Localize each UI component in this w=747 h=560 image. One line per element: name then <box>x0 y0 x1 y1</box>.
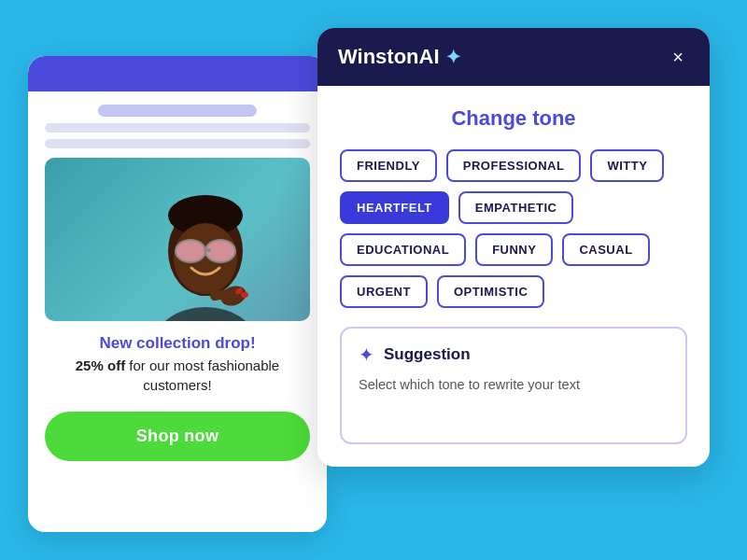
discount-bold: 25% off <box>76 357 125 373</box>
tone-button-casual[interactable]: CASUAL <box>562 233 649 266</box>
tone-button-witty[interactable]: WITTY <box>590 149 664 182</box>
svg-point-0 <box>154 307 257 321</box>
tone-button-optimistic[interactable]: OPTIMISTIC <box>437 275 544 308</box>
modal-body: Change tone FRIENDLYPROFESSIONALWITTYHEA… <box>317 86 710 467</box>
tone-buttons: FRIENDLYPROFESSIONALWITTYHEARTFELTEMPATH… <box>340 149 687 308</box>
placeholder-line-3 <box>45 139 310 148</box>
email-text-section: New collection drop! 25% off for our mos… <box>28 321 327 402</box>
sparkle-icon: ✦ <box>445 46 461 68</box>
tone-button-urgent[interactable]: URGENT <box>340 275 428 308</box>
email-image <box>45 158 310 321</box>
email-card: New collection drop! 25% off for our mos… <box>28 56 327 532</box>
tone-button-empathetic[interactable]: EMPATHETIC <box>458 191 574 224</box>
person-illustration <box>121 158 308 321</box>
discount-text: 25% off for our most fashionable custome… <box>45 356 310 395</box>
tone-button-educational[interactable]: EDUCATIONAL <box>340 233 466 266</box>
change-tone-title: Change tone <box>340 106 687 131</box>
suggestion-title: Suggestion <box>384 345 471 364</box>
email-card-top-bar <box>28 56 327 91</box>
winston-modal: WinstonAI ✦ × Change tone FRIENDLYPROFES… <box>317 28 710 467</box>
suggestion-sparkle-icon: ✦ <box>359 343 374 366</box>
tone-button-friendly[interactable]: FRIENDLY <box>340 149 437 182</box>
shop-now-button[interactable]: Shop now <box>45 412 310 461</box>
discount-text-post: for our most fashionable customers! <box>125 357 279 393</box>
suggestion-placeholder-text: Select which tone to rewrite your text <box>359 375 669 396</box>
modal-title: WinstonAI ✦ <box>338 45 461 69</box>
modal-close-button[interactable]: × <box>667 46 689 68</box>
modal-header: WinstonAI ✦ × <box>317 28 710 86</box>
placeholder-line-1 <box>98 105 257 117</box>
tone-button-professional[interactable]: PROFESSIONAL <box>446 149 582 182</box>
collection-text: New collection drop! <box>45 334 310 353</box>
placeholder-line-2 <box>45 123 310 133</box>
suggestion-header: ✦ Suggestion <box>359 343 669 366</box>
suggestion-box: ✦ Suggestion Select which tone to rewrit… <box>340 327 687 444</box>
tone-button-funny[interactable]: FUNNY <box>475 233 553 266</box>
tone-button-heartfelt[interactable]: HEARTFELT <box>340 191 449 224</box>
placeholder-lines <box>28 91 327 154</box>
modal-title-text: WinstonAI <box>338 45 440 69</box>
